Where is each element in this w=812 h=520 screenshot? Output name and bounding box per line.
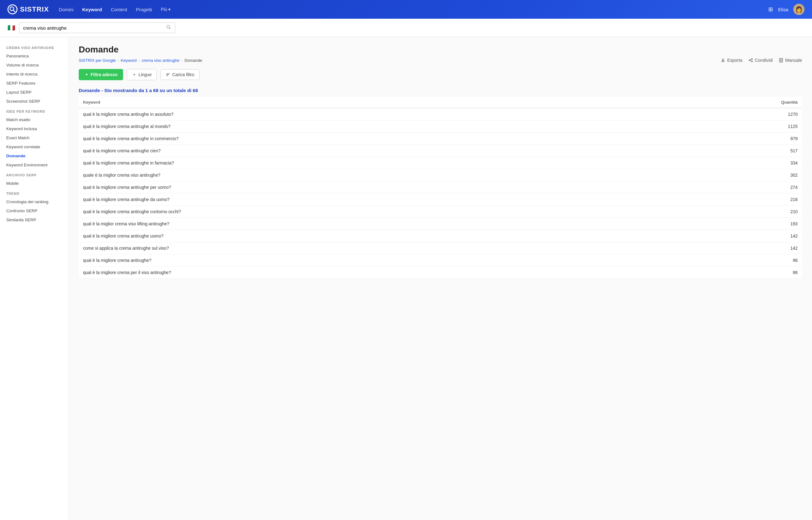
- sidebar-keyword-ideas-title: IDEE PER KEYWORD: [0, 106, 68, 115]
- languages-button[interactable]: ＋ Lingue: [127, 69, 157, 80]
- cell-keyword-9[interactable]: qual è la miglior crema viso lifting ant…: [79, 218, 664, 230]
- cell-keyword-5[interactable]: quale è la miglior crema viso antirughe?: [79, 169, 664, 181]
- breadcrumb-sep-3: ›: [181, 58, 182, 63]
- table-row: come si applica la crema antirughe sul v…: [79, 242, 802, 254]
- cell-keyword-1[interactable]: qual è la migliore crema antirughe al mo…: [79, 121, 664, 133]
- cell-quantity-9: 193: [664, 218, 802, 230]
- data-table: Keyword Quantità qual è la migliore crem…: [79, 97, 802, 279]
- cell-quantity-11: 142: [664, 242, 802, 254]
- table-row: qual è la miglior crema viso lifting ant…: [79, 218, 802, 230]
- sidebar-item-mobile[interactable]: Mobile: [0, 179, 68, 188]
- sidebar: CREMA VISO ANTIRUGHE Panoramica Volume d…: [0, 37, 69, 520]
- nav-keyword[interactable]: Keyword: [82, 6, 102, 14]
- breadcrumb-search-term[interactable]: crema viso antirughe: [142, 58, 180, 63]
- sidebar-trend-title: TREND: [0, 188, 68, 197]
- svg-point-4: [752, 59, 752, 60]
- sidebar-item-volume[interactable]: Volume di ricerca: [0, 60, 68, 70]
- breadcrumb-keyword[interactable]: Keyword: [121, 58, 137, 63]
- sidebar-keyword-title: CREMA VISO ANTIRUGHE: [0, 42, 68, 52]
- table-row: qual è la migliore crema antirughe in as…: [79, 108, 802, 121]
- cell-quantity-3: 517: [664, 145, 802, 157]
- sidebar-item-panoramica[interactable]: Panoramica: [0, 52, 68, 60]
- logo-text: SISTRIX: [20, 5, 49, 14]
- country-flag: 🇮🇹: [7, 24, 15, 31]
- plus-icon: ＋: [84, 72, 89, 77]
- nav-domini[interactable]: Domini: [59, 6, 74, 14]
- main-layout: CREMA VISO ANTIRUGHE Panoramica Volume d…: [0, 37, 812, 520]
- sidebar-item-similarita-serp[interactable]: Similarità SERP: [0, 215, 68, 225]
- sidebar-item-intento[interactable]: Intento di ricerca: [0, 70, 68, 79]
- sidebar-item-exact-match[interactable]: Exact Match: [0, 133, 68, 142]
- avatar[interactable]: 👩: [793, 4, 805, 15]
- cell-quantity-8: 210: [664, 206, 802, 218]
- nav: Domini Keyword Content Progetti Più ▾: [59, 6, 759, 14]
- cell-quantity-7: 216: [664, 193, 802, 206]
- sidebar-item-layout-serp[interactable]: Layout SERP: [0, 88, 68, 97]
- svg-line-7: [750, 59, 752, 60]
- cell-quantity-0: 1270: [664, 108, 802, 121]
- action-bar: ＋ Filtra adesso ＋ Lingue Carica filtro: [79, 69, 802, 80]
- cell-keyword-0[interactable]: qual è la migliore crema antirughe in as…: [79, 108, 664, 121]
- cell-quantity-5: 302: [664, 169, 802, 181]
- col-keyword: Keyword: [79, 97, 664, 108]
- page-title: Domande: [79, 45, 802, 55]
- sidebar-item-keyword-environment[interactable]: Keyword Environment: [0, 160, 68, 170]
- sidebar-item-confronto-serp[interactable]: Confronto SERP: [0, 206, 68, 215]
- table-summary: Domande - Sto mostrando da 1 a 68 su un …: [79, 88, 802, 93]
- sidebar-item-serp-features[interactable]: SERP Features: [0, 79, 68, 88]
- cell-quantity-12: 96: [664, 254, 802, 266]
- cell-keyword-8[interactable]: qual è la migliore crema antirughe conto…: [79, 206, 664, 218]
- filter-button[interactable]: ＋ Filtra adesso: [79, 69, 123, 80]
- sidebar-item-keyword-correlate[interactable]: Keyword correlate: [0, 142, 68, 151]
- nav-content[interactable]: Content: [111, 6, 127, 14]
- breadcrumb: SISTRIX per Google › Keyword › crema vis…: [79, 58, 802, 63]
- table-row: qual è la migliore crema antirughe in fa…: [79, 157, 802, 169]
- cell-keyword-11[interactable]: come si applica la crema antirughe sul v…: [79, 242, 664, 254]
- nav-piu[interactable]: Più ▾: [161, 7, 171, 12]
- sidebar-item-screenshot-serp[interactable]: Screenshot SERP: [0, 97, 68, 106]
- cell-keyword-13[interactable]: qual è la migliore crema per il viso ant…: [79, 266, 664, 279]
- svg-line-1: [14, 10, 15, 12]
- cell-keyword-6[interactable]: qual è la migliore crema antirughe per u…: [79, 181, 664, 193]
- share-label: Condividi: [755, 58, 773, 63]
- main-content: Domande SISTRIX per Google › Keyword › c…: [69, 37, 812, 520]
- search-button[interactable]: [166, 25, 171, 31]
- table-row: qual è la migliore crema antirughe da uo…: [79, 193, 802, 206]
- cell-keyword-7[interactable]: qual è la migliore crema antirughe da uo…: [79, 193, 664, 206]
- search-input[interactable]: [23, 25, 166, 31]
- search-input-wrap: [19, 23, 175, 33]
- sidebar-item-keyword-inclusa[interactable]: Keyword inclusa: [0, 124, 68, 133]
- cell-keyword-3[interactable]: qual è la migliore crema antirughe cien?: [79, 145, 664, 157]
- user-name: Elisa: [778, 7, 788, 12]
- svg-line-8: [750, 60, 752, 61]
- table-row: qual è la migliore crema antirughe? 96: [79, 254, 802, 266]
- sidebar-item-domande[interactable]: Domande: [0, 151, 68, 160]
- grid-icon[interactable]: ⊞: [768, 6, 773, 13]
- cell-quantity-13: 86: [664, 266, 802, 279]
- nav-piu-label: Più: [161, 7, 167, 12]
- cell-quantity-6: 274: [664, 181, 802, 193]
- cell-keyword-4[interactable]: qual è la migliore crema antirughe in fa…: [79, 157, 664, 169]
- cell-keyword-10[interactable]: qual è la migliore crema antirughe uomo?: [79, 230, 664, 242]
- share-action[interactable]: Condividi: [748, 58, 773, 63]
- sidebar-item-match-esatto[interactable]: Match esatto: [0, 115, 68, 124]
- logo[interactable]: SISTRIX: [7, 4, 49, 15]
- search-bar: 🇮🇹: [0, 19, 812, 37]
- breadcrumb-sistrix[interactable]: SISTRIX per Google: [79, 58, 116, 63]
- sidebar-item-cronologia[interactable]: Cronologia dei ranking: [0, 197, 68, 206]
- cell-keyword-12[interactable]: qual è la migliore crema antirughe?: [79, 254, 664, 266]
- cell-keyword-2[interactable]: qual è la migliore crema antirughe in co…: [79, 133, 664, 145]
- table-row: qual è la migliore crema antirughe uomo?…: [79, 230, 802, 242]
- logo-icon: [7, 4, 18, 15]
- load-filter-button[interactable]: Carica filtro: [160, 69, 200, 80]
- load-filter-label: Carica filtro: [172, 72, 194, 77]
- export-action[interactable]: Esporta: [721, 58, 742, 63]
- manual-action[interactable]: Manuale: [779, 58, 802, 63]
- cell-quantity-4: 334: [664, 157, 802, 169]
- svg-line-3: [169, 28, 171, 29]
- breadcrumb-current: Domande: [184, 58, 202, 63]
- table-row: quale è la miglior crema viso antirughe?…: [79, 169, 802, 181]
- table-row: qual è la migliore crema antirughe per u…: [79, 181, 802, 193]
- nav-progetti[interactable]: Progetti: [136, 6, 152, 14]
- table-row: qual è la migliore crema antirughe cien?…: [79, 145, 802, 157]
